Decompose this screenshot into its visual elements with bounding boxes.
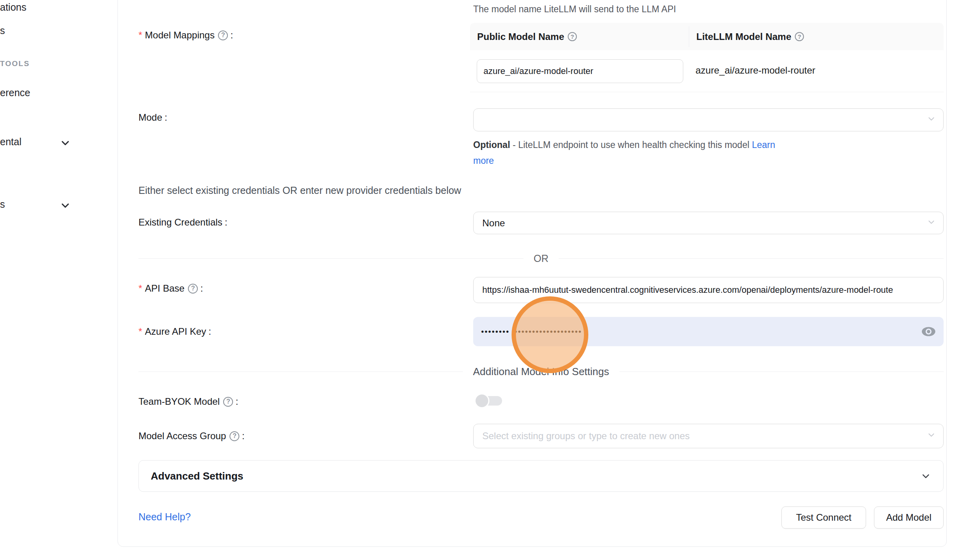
credentials-note: Either select existing credentials OR en… bbox=[138, 185, 461, 196]
sidebar-item-organizations[interactable]: ations bbox=[0, 2, 27, 13]
need-help-link[interactable]: Need Help? bbox=[138, 511, 191, 523]
question-circle-icon[interactable]: ? bbox=[218, 30, 228, 40]
team-byok-label: Team-BYOK Model ? : bbox=[138, 396, 238, 407]
question-circle-icon[interactable]: ? bbox=[223, 397, 233, 407]
question-circle-icon[interactable]: ? bbox=[568, 32, 577, 41]
test-connect-button[interactable]: Test Connect bbox=[781, 506, 866, 529]
chevron-down-icon[interactable] bbox=[59, 199, 71, 211]
advanced-settings-label: Advanced Settings bbox=[151, 470, 243, 482]
mode-select[interactable] bbox=[473, 108, 944, 131]
or-divider-text: OR bbox=[523, 253, 559, 264]
api-base-input[interactable] bbox=[473, 277, 944, 303]
litellm-model-name-value: azure_ai/azure-model-router bbox=[696, 65, 815, 76]
chevron-down-icon bbox=[927, 430, 936, 442]
model-mapping-hint: The model name LiteLLM will send to the … bbox=[473, 4, 676, 15]
existing-credentials-label: Existing Credentials : bbox=[138, 217, 227, 228]
advanced-settings-panel[interactable]: Advanced Settings bbox=[138, 460, 944, 492]
team-byok-toggle-knob[interactable] bbox=[474, 393, 489, 408]
model-access-group-placeholder: Select existing groups or type to create… bbox=[482, 430, 690, 442]
sidebar-item-experimental[interactable]: ental bbox=[0, 136, 21, 148]
model-access-group-select[interactable]: Select existing groups or type to create… bbox=[473, 424, 944, 448]
azure-api-key-input[interactable]: •••••••• ••••••••••••••••••• bbox=[473, 317, 944, 346]
additional-settings-divider: Additional Model Info Settings bbox=[138, 366, 944, 377]
sidebar-section-tools: TOOLS bbox=[0, 59, 30, 68]
chevron-down-icon bbox=[927, 114, 936, 126]
add-model-button[interactable]: Add Model bbox=[874, 506, 944, 529]
required-mark: * bbox=[138, 30, 142, 41]
public-model-name-input[interactable] bbox=[477, 59, 683, 83]
question-circle-icon[interactable]: ? bbox=[229, 431, 239, 441]
azure-api-key-label: * Azure API Key : bbox=[138, 326, 211, 337]
existing-credentials-select[interactable]: None bbox=[473, 212, 944, 234]
api-base-label: * API Base ? : bbox=[138, 283, 203, 294]
additional-settings-divider-text: Additional Model Info Settings bbox=[463, 366, 620, 378]
question-circle-icon[interactable]: ? bbox=[188, 284, 198, 294]
table-row-divider bbox=[470, 92, 944, 92]
or-divider: OR bbox=[138, 253, 944, 264]
eye-icon[interactable] bbox=[921, 326, 936, 338]
required-mark: * bbox=[138, 283, 142, 294]
column-litellm-model-name: LiteLLM Model Name ? bbox=[689, 27, 944, 47]
chevron-down-icon bbox=[920, 470, 931, 482]
chevron-down-icon bbox=[927, 217, 936, 229]
sidebar-item[interactable]: s bbox=[0, 25, 5, 36]
sidebar-item-settings[interactable]: s bbox=[0, 199, 5, 210]
model-mappings-table-header: Public Model Name ? LiteLLM Model Name ? bbox=[470, 23, 944, 50]
mode-help-text: Optional - LiteLLM endpoint to use when … bbox=[473, 137, 798, 169]
masked-api-key: •••••••• ••••••••••••••••••• bbox=[481, 327, 582, 336]
model-mappings-label: * Model Mappings ? : bbox=[138, 30, 233, 41]
mode-label: Mode : bbox=[138, 112, 167, 123]
required-mark: * bbox=[138, 326, 142, 337]
chevron-down-icon[interactable] bbox=[59, 137, 71, 149]
column-public-model-name: Public Model Name ? bbox=[470, 31, 689, 42]
question-circle-icon[interactable]: ? bbox=[795, 32, 804, 41]
sidebar-item-inference[interactable]: erence bbox=[0, 87, 30, 99]
existing-credentials-value: None bbox=[482, 218, 505, 229]
model-access-group-label: Model Access Group ? : bbox=[138, 430, 245, 442]
